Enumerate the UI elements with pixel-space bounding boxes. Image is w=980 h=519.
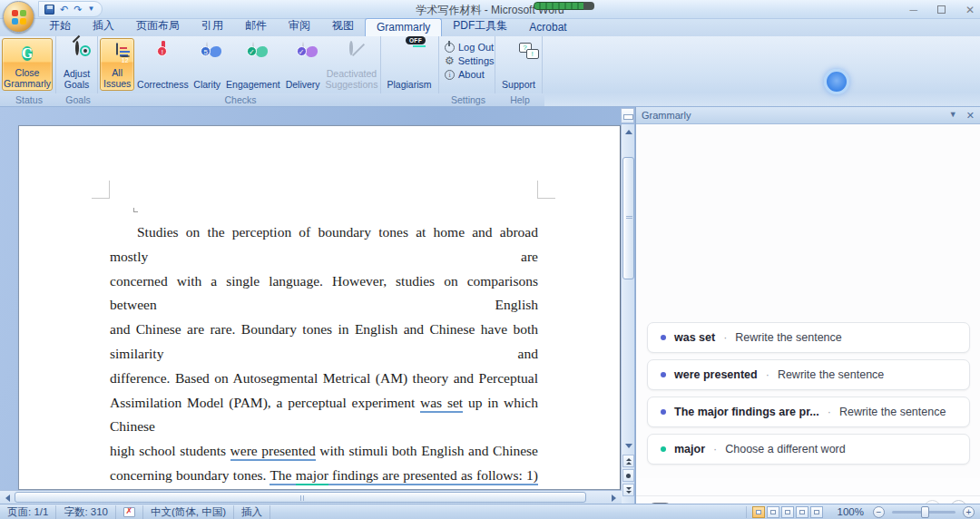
proofing-status[interactable] <box>116 505 143 519</box>
document-line[interactable]: Studies on the perception of boundary to… <box>110 220 538 269</box>
print-layout-view-button[interactable] <box>752 506 765 518</box>
vertical-scrollbar[interactable] <box>621 124 634 504</box>
tab-邮件[interactable]: 邮件 <box>234 16 278 36</box>
text-run[interactable]: high school students <box>110 443 230 458</box>
text-run[interactable]: Studies on the perception of boundary to… <box>110 224 538 264</box>
all-issues-icon: 12 <box>106 44 128 65</box>
underlined-text-green[interactable]: major <box>296 467 328 485</box>
text-run[interactable]: concerned with a single language. Howeve… <box>110 273 538 313</box>
power-icon <box>445 43 455 53</box>
insert-mode-indicator[interactable]: 插入 <box>234 505 270 519</box>
scroll-left-arrow[interactable] <box>2 492 14 504</box>
delivery-button[interactable]: ✓ Delivery <box>283 38 323 91</box>
proofing-error-icon <box>123 507 135 517</box>
suggestion-card[interactable]: were presented·Rewrite the sentence <box>647 359 970 390</box>
select-browse-object-button[interactable] <box>622 469 634 482</box>
suggestion-action: Rewrite the sentence <box>778 368 884 381</box>
zoom-out-button[interactable]: − <box>873 506 885 518</box>
outline-view-button[interactable] <box>796 506 808 518</box>
tab-grammarly[interactable]: Grammarly <box>365 18 442 36</box>
document-line[interactable]: difference. Based on Autosegmental Metri… <box>110 367 538 391</box>
minimize-button[interactable]: ─ <box>909 5 917 15</box>
ribbon-group-checks: 12 All Issues ! Correctness 5 Clarity ✓ <box>98 36 381 93</box>
deactivated-suggestions-button[interactable]: Deactivated Suggestions <box>323 38 381 91</box>
correctness-button[interactable]: ! Correctness <box>134 38 191 91</box>
log-out-button[interactable]: Log Out <box>445 42 495 53</box>
about-button[interactable]: i About <box>445 69 495 80</box>
adjust-goals-button[interactable]: Adjust Goals <box>58 38 95 91</box>
grammarly-task-pane: Grammarly ▼ ✕ was set·Rewrite the senten… <box>635 107 980 504</box>
tab-插入[interactable]: 插入 <box>82 16 125 36</box>
fullscreen-reading-view-button[interactable] <box>767 506 779 518</box>
next-page-button[interactable] <box>622 484 634 496</box>
draft-view-button[interactable] <box>810 506 823 518</box>
suggestion-separator: · <box>713 443 717 455</box>
suggestion-phrase: were presented <box>674 368 758 381</box>
document-line[interactable]: high school students were presented with… <box>110 439 538 464</box>
scroll-right-arrow[interactable] <box>608 492 620 504</box>
web-layout-view-button[interactable] <box>781 506 794 518</box>
text-run[interactable]: with stimuli both English and Chinese <box>316 443 538 458</box>
close-button[interactable]: ✕ <box>965 5 975 15</box>
word-count[interactable]: 字数: 310 <box>56 505 116 519</box>
maximize-button[interactable] <box>937 5 946 14</box>
underlined-text-blue[interactable]: were presented <box>230 443 316 461</box>
ribbon-group-goals: Adjust Goals <box>56 36 98 93</box>
zoom-slider-handle[interactable] <box>921 506 929 518</box>
text-run[interactable]: and Chinese are rare. Boundary tones in … <box>110 321 538 361</box>
vertical-scroll-thumb[interactable] <box>622 157 634 279</box>
previous-page-button[interactable] <box>622 455 634 467</box>
suggestion-action: Rewrite the sentence <box>735 331 841 344</box>
ruler-toggle-button[interactable] <box>621 108 634 123</box>
document-area: Studies on the perception of boundary to… <box>0 107 635 504</box>
tab-页面布局[interactable]: 页面布局 <box>125 16 191 36</box>
document-line[interactable]: concerned with a single language. Howeve… <box>110 269 538 318</box>
target-icon <box>66 43 88 64</box>
paragraph-mark <box>133 208 138 212</box>
task-pane-menu-icon[interactable]: ▼ <box>949 110 957 122</box>
close-grammarly-button[interactable]: G Close Grammarly <box>2 38 53 91</box>
scroll-down-arrow[interactable] <box>622 440 634 452</box>
tab-视图[interactable]: 视图 <box>321 16 365 36</box>
text-run[interactable]: difference. Based on Autosegmental Metri… <box>110 370 538 386</box>
battery-indicator-overlay <box>534 2 584 10</box>
settings-button[interactable]: ⚙ Settings <box>445 55 495 66</box>
support-button[interactable]: ?! Support <box>497 38 540 91</box>
view-shortcuts <box>746 506 828 518</box>
ribbon-group-settings: Log Out ⚙ Settings i About <box>439 36 495 93</box>
suggestion-list: was set·Rewrite the sentencewere present… <box>647 322 970 465</box>
tab-审阅[interactable]: 审阅 <box>278 16 321 36</box>
zoom-in-button[interactable]: + <box>963 506 975 518</box>
suggestion-category-dot <box>661 335 666 340</box>
office-button[interactable] <box>3 1 34 33</box>
all-issues-button[interactable]: 12 All Issues <box>100 38 134 91</box>
suggestion-card[interactable]: The major findings are pr...·Rewrite the… <box>647 397 970 427</box>
tab-引用[interactable]: 引用 <box>191 16 234 36</box>
tab-开始[interactable]: 开始 <box>38 16 82 36</box>
underlined-text-blue[interactable]: The <box>270 467 295 485</box>
scroll-up-arrow[interactable] <box>622 126 634 138</box>
suggestion-card[interactable]: major·Choose a different word <box>647 434 970 465</box>
zoom-level[interactable]: 100% <box>832 506 869 517</box>
horizontal-scrollbar[interactable] <box>0 490 622 504</box>
clarity-button[interactable]: 5 Clarity <box>191 38 223 91</box>
language-indicator[interactable]: 中文(简体, 中国) <box>143 505 234 519</box>
document-line[interactable]: Assimilation Model (PAM), a perceptual e… <box>110 391 538 440</box>
plagiarism-button[interactable]: OFF Plagiarism <box>383 38 436 91</box>
underlined-text-blue[interactable]: was set <box>420 395 463 413</box>
text-run[interactable]: Assimilation Model (PAM), a perceptual e… <box>110 395 420 410</box>
engagement-button[interactable]: ✓ Engagement <box>223 38 283 91</box>
zoom-slider[interactable] <box>892 511 956 514</box>
tab-pdf工具集[interactable]: PDF工具集 <box>442 16 518 36</box>
document-text[interactable]: Studies on the perception of boundary to… <box>110 220 538 504</box>
horizontal-scroll-thumb[interactable] <box>15 492 586 503</box>
task-pane-close-icon[interactable]: ✕ <box>966 110 975 122</box>
suggestion-card[interactable]: was set·Rewrite the sentence <box>647 322 970 353</box>
document-line[interactable]: and Chinese are rare. Boundary tones in … <box>110 318 538 367</box>
document-page[interactable]: Studies on the perception of boundary to… <box>18 125 621 490</box>
tab-acrobat[interactable]: Acrobat <box>518 19 577 36</box>
text-boundary-mark-left <box>92 181 110 199</box>
gear-icon: ⚙ <box>445 55 455 66</box>
page-indicator[interactable]: 页面: 1/1 <box>0 505 56 519</box>
text-run[interactable]: concerning boundary tones. <box>110 467 270 483</box>
